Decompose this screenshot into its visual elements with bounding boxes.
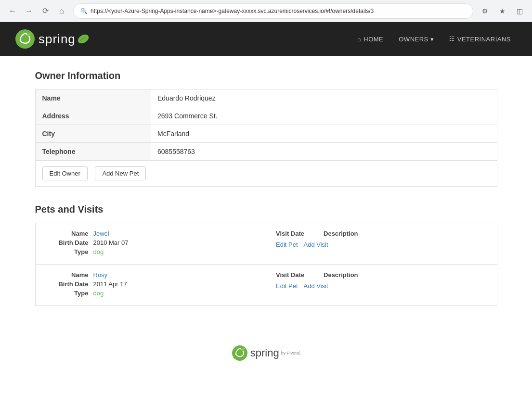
visit-actions: Edit Pet Add Visit (276, 241, 487, 248)
chevron-down-icon: ▾ (430, 36, 434, 43)
edit-pet-link[interactable]: Edit Pet (276, 282, 298, 290)
collections-button[interactable]: ◫ (513, 4, 526, 18)
svg-point-3 (232, 345, 247, 361)
city-value: McFarland (151, 125, 497, 143)
telephone-value: 6085558763 (151, 143, 497, 161)
pet-birthdate-label: Birth Date (45, 280, 89, 288)
page-footer: spring by Pivotal. (35, 325, 497, 376)
pet-name-value: Jewel (93, 230, 257, 237)
home-icon: ⌂ (357, 36, 361, 43)
pet-name-link[interactable]: Jewel (93, 230, 109, 237)
search-icon: 🔍 (80, 8, 88, 14)
pets-section-title: Pets and Visits (35, 204, 497, 215)
favorites-button[interactable]: ★ (495, 4, 509, 18)
pet-type-value: dog (93, 248, 257, 255)
owner-info-title: Owner Information (35, 70, 497, 81)
footer-spring-icon (231, 344, 248, 362)
spring-logo-icon (14, 28, 36, 50)
action-cell: Edit Owner Add New Pet (35, 161, 497, 187)
city-label: City (35, 125, 151, 143)
pet-type-label: Type (45, 290, 89, 297)
url-text: https://<your-Azure-Spring-Apps-instance… (91, 8, 466, 14)
pet-row: Name Jewel Birth Date 2010 Mar 07 Type d… (35, 223, 497, 265)
visit-date-header: Visit Date (276, 230, 304, 237)
pet-birthdate-value: 2010 Mar 07 (93, 239, 257, 246)
visits-header: Visit Date Description (276, 271, 487, 279)
pet-birthdate-row: Birth Date 2010 Mar 07 (45, 239, 257, 246)
table-row: City McFarland (35, 125, 497, 143)
footer-logo: spring by Pivotal. (45, 344, 488, 362)
footer-by-text: by Pivotal. (281, 351, 301, 355)
name-value: Eduardo Rodriquez (151, 89, 497, 107)
navbar-brand: spring (14, 28, 350, 50)
nav-owners-link[interactable]: OWNERS ▾ (392, 32, 441, 47)
pet-type-row: Type dog (45, 290, 257, 297)
pet-birthdate-value: 2011 Apr 17 (93, 280, 257, 288)
visits-header: Visit Date Description (276, 230, 487, 237)
address-label: Address (35, 107, 151, 125)
add-new-pet-button[interactable]: Add New Pet (95, 166, 146, 180)
pets-table: Name Jewel Birth Date 2010 Mar 07 Type d… (35, 223, 497, 306)
browser-chrome: ← → ⟳ ⌂ 🔍 https://<your-Azure-Spring-App… (0, 0, 532, 22)
table-row: Name Eduardo Rodriquez (35, 89, 497, 107)
address-value: 2693 Commerce St. (151, 107, 497, 125)
telephone-label: Telephone (35, 143, 151, 161)
page-content: Owner Information Name Eduardo Rodriquez… (26, 56, 507, 391)
pet-visits-cell: Visit Date Description Edit Pet Add Visi… (266, 265, 497, 306)
nav-veterinarians-link[interactable]: ☷ VETERINARIANS (442, 32, 518, 47)
extensions-button[interactable]: ⚙ (478, 4, 492, 18)
home-button[interactable]: ⌂ (55, 4, 68, 18)
pet-info-cell: Name Jewel Birth Date 2010 Mar 07 Type d… (35, 223, 266, 265)
grid-icon: ☷ (449, 36, 455, 42)
pet-row: Name Rosy Birth Date 2011 Apr 17 Type do… (35, 265, 497, 306)
pets-section: Pets and Visits Name Jewel Birth Date 20… (35, 204, 497, 306)
address-bar[interactable]: 🔍 https://<your-Azure-Spring-Apps-instan… (73, 3, 473, 19)
pet-name-label: Name (45, 230, 89, 237)
action-row: Edit Owner Add New Pet (35, 161, 497, 187)
pet-name-row: Name Rosy (45, 271, 257, 279)
svg-point-2 (77, 33, 90, 45)
table-row: Address 2693 Commerce St. (35, 107, 497, 125)
footer-logo-text: spring (250, 347, 279, 359)
add-visit-link[interactable]: Add Visit (304, 282, 328, 290)
edit-owner-button[interactable]: Edit Owner (42, 166, 88, 180)
edit-pet-link[interactable]: Edit Pet (276, 241, 298, 248)
pet-type-row: Type dog (45, 248, 257, 255)
table-row: Telephone 6085558763 (35, 143, 497, 161)
browser-nav-buttons: ← → ⟳ ⌂ (6, 4, 68, 18)
visit-date-header: Visit Date (276, 271, 304, 279)
navbar-leaf-icon (77, 32, 90, 46)
visit-actions: Edit Pet Add Visit (276, 282, 487, 290)
description-header: Description (324, 230, 358, 237)
reload-button[interactable]: ⟳ (39, 4, 52, 18)
pet-type-label: Type (45, 248, 89, 255)
pet-name-label: Name (45, 271, 89, 279)
browser-actions: ⚙ ★ ◫ (478, 4, 526, 18)
navbar-logo-text: spring (39, 32, 76, 47)
pet-name-row: Name Jewel (45, 230, 257, 237)
navbar-nav: ⌂ HOME OWNERS ▾ ☷ VETERINARIANS (350, 32, 518, 47)
pet-birthdate-row: Birth Date 2011 Apr 17 (45, 280, 257, 288)
pet-name-link[interactable]: Rosy (93, 271, 108, 279)
nav-home-link[interactable]: ⌂ HOME (350, 32, 390, 47)
add-visit-link[interactable]: Add Visit (304, 241, 328, 248)
svg-point-0 (15, 29, 35, 49)
forward-button[interactable]: → (22, 4, 36, 18)
pet-visits-cell: Visit Date Description Edit Pet Add Visi… (266, 223, 497, 265)
owner-info-table: Name Eduardo Rodriquez Address 2693 Comm… (35, 89, 497, 187)
description-header: Description (324, 271, 358, 279)
spring-logo: spring (14, 28, 90, 50)
name-label: Name (35, 89, 151, 107)
pet-info-cell: Name Rosy Birth Date 2011 Apr 17 Type do… (35, 265, 266, 306)
app-navbar: spring ⌂ HOME OWNERS ▾ ☷ VETERINARIANS (0, 22, 532, 56)
pet-type-value: dog (93, 290, 257, 297)
back-button[interactable]: ← (6, 4, 19, 18)
pet-birthdate-label: Birth Date (45, 239, 89, 246)
pet-name-value: Rosy (93, 271, 257, 279)
